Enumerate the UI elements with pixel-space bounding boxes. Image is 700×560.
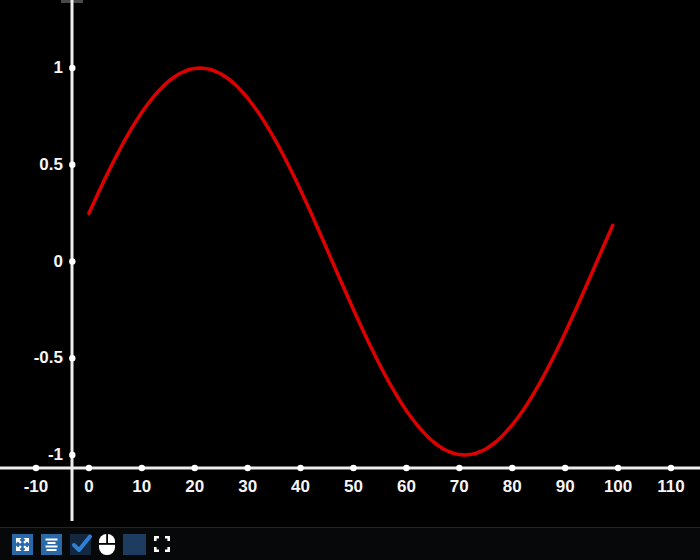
x-tick-dot — [33, 465, 39, 471]
x-tick-dot — [668, 465, 674, 471]
x-tick-dot — [86, 465, 92, 471]
y-tick-dot — [69, 355, 75, 361]
x-tick-label: -10 — [24, 477, 49, 497]
x-tick-dot — [192, 465, 198, 471]
x-tick-dot — [350, 465, 356, 471]
x-tick-label: 30 — [238, 477, 257, 497]
x-tick-dot — [297, 465, 303, 471]
expand-arrows-icon — [12, 534, 33, 555]
x-tick-label: 20 — [185, 477, 204, 497]
x-tick-label: 90 — [556, 477, 575, 497]
x-tick-label: 50 — [344, 477, 363, 497]
y-tick-label: -0.5 — [34, 348, 63, 368]
y-tick-label: 1 — [54, 58, 63, 78]
mouse-icon — [99, 534, 115, 555]
x-tick-label: 110 — [657, 477, 684, 497]
x-tick-dot — [509, 465, 515, 471]
x-tick-label: 100 — [604, 477, 632, 497]
series-lines — [89, 68, 613, 455]
filled-square-swatch-icon — [123, 534, 146, 555]
y-tick-label: 0 — [54, 251, 63, 271]
x-tick-label: 0 — [84, 477, 93, 497]
x-tick-dot — [562, 465, 568, 471]
y-tick-label: -1 — [48, 445, 63, 465]
chart-svg — [0, 0, 700, 527]
y-tick-dot — [69, 258, 75, 264]
center-lines-icon — [41, 534, 62, 555]
x-tick-label: 60 — [397, 477, 416, 497]
autoscale-button[interactable] — [12, 534, 33, 555]
center-traces-button[interactable] — [41, 534, 62, 555]
chart-canvas[interactable]: -100102030405060708090100110 10.50-0.5-1 — [0, 0, 700, 527]
mouse-mode-button[interactable] — [99, 534, 115, 555]
fullscreen-corners-icon — [154, 536, 170, 552]
x-tick-label: 40 — [291, 477, 310, 497]
y-tick-dot — [69, 65, 75, 71]
x-tick-label: 10 — [132, 477, 151, 497]
fullscreen-button[interactable] — [154, 536, 170, 552]
y-tick-dot — [69, 452, 75, 458]
x-tick-dot — [456, 465, 462, 471]
x-tick-dot — [403, 465, 409, 471]
x-tick-dot — [139, 465, 145, 471]
checkbox-checked-icon — [70, 534, 91, 555]
x-tick-label: 70 — [450, 477, 469, 497]
y-tick-label: 0.5 — [39, 154, 63, 174]
x-tick-dot — [244, 465, 250, 471]
color-swatch-button[interactable] — [123, 534, 146, 555]
bottom-toolbar — [0, 527, 700, 560]
y-tick-dot — [69, 162, 75, 168]
toggle-checkbox-button[interactable] — [70, 534, 91, 555]
x-tick-label: 80 — [503, 477, 522, 497]
x-tick-dot — [615, 465, 621, 471]
tick-dots — [33, 65, 674, 471]
series-sine-wave — [89, 68, 613, 455]
